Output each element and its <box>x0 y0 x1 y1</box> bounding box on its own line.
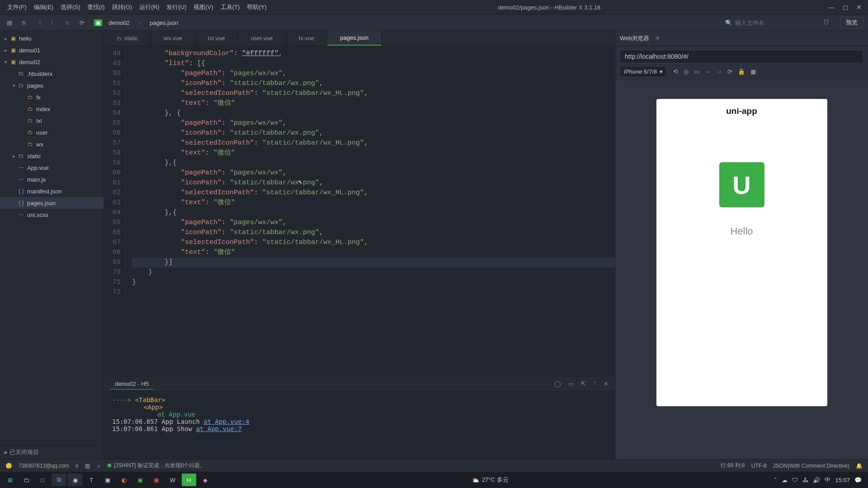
hbuilder-icon[interactable]: H <box>182 474 196 486</box>
save-icon[interactable]: ⎘ <box>19 19 29 26</box>
preview-url-input[interactable]: http://localhost:8080/#/ <box>620 50 863 63</box>
start-icon[interactable]: ⊞ <box>3 474 17 486</box>
menu-file[interactable]: 文件(F) <box>4 3 30 11</box>
cursor-position[interactable]: 行:69 列:8 <box>721 462 745 469</box>
weather-icon[interactable]: ⛅ <box>472 477 479 483</box>
tab-wx[interactable]: wx.vue <box>151 31 195 46</box>
tablet-icon[interactable]: ▭ <box>694 68 699 75</box>
menu-help[interactable]: 帮助(Y) <box>243 3 270 11</box>
tree-item-wx[interactable]: 🗀wx <box>0 138 104 150</box>
forward-icon[interactable]: → <box>716 68 722 75</box>
breadcrumb-file[interactable]: pages.json <box>147 19 181 27</box>
tree-item-pages[interactable]: ▾🗀pages <box>0 80 104 91</box>
tree-item-static[interactable]: ▸🗀static <box>0 150 104 162</box>
menu-tool[interactable]: 工具(T) <box>217 3 244 11</box>
menu-find[interactable]: 查找(I) <box>84 3 108 11</box>
bell-icon[interactable]: 🔔 <box>856 463 863 469</box>
tray-time[interactable]: 15:07 <box>835 477 850 483</box>
tree-item-pagesjson[interactable]: { }pages.json <box>0 197 104 209</box>
console-tab[interactable]: demo02 - H5 <box>110 379 153 389</box>
explorer-icon[interactable]: 🗀 <box>19 474 33 486</box>
tree-item-mainjs[interactable]: ⋯main.js <box>0 174 104 185</box>
firefox-icon[interactable]: ◐ <box>117 474 131 486</box>
console-collapse-icon[interactable]: ˄ <box>593 380 596 387</box>
tab-user[interactable]: user.vue <box>238 31 286 46</box>
menu-run[interactable]: 运行(R) <box>136 3 163 11</box>
app-icon[interactable]: ◆ <box>198 474 212 486</box>
star-icon[interactable]: ☆ <box>62 19 72 26</box>
tree-item-hello[interactable]: ▸▣hello <box>0 33 104 44</box>
tray-ime[interactable]: 中 <box>825 476 830 484</box>
app-icon[interactable]: ▣ <box>133 474 147 486</box>
tray-volume-icon[interactable]: 🔊 <box>813 477 820 483</box>
phone-simulator[interactable]: uni-app U Hello <box>656 99 827 406</box>
menu-edit[interactable]: 编辑(E) <box>30 3 57 11</box>
chrome-icon[interactable]: ◉ <box>68 474 82 486</box>
tree-item-demo01[interactable]: ▸▣demo01 <box>0 44 104 56</box>
menu-view[interactable]: 视图(V) <box>190 3 217 11</box>
console-link[interactable]: at App.vue:7 <box>196 425 241 432</box>
vscode-icon[interactable]: ⧉ <box>52 474 66 486</box>
tree-item-index[interactable]: 🗀index <box>0 103 104 115</box>
app-icon[interactable]: ▣ <box>149 474 164 486</box>
tree-item-fx[interactable]: 🗀fx <box>0 91 104 103</box>
tab-txl[interactable]: txl.vue <box>195 31 238 46</box>
filter-icon[interactable]: ⛉ <box>821 19 831 26</box>
nav-forward-icon[interactable]: 〉 <box>48 19 58 27</box>
language-mode[interactable]: JSON(With Comment Directive) <box>773 463 849 469</box>
app-icon[interactable]: T <box>84 474 99 486</box>
tree-item-uniscss[interactable]: ⋯uni.scss <box>0 209 104 221</box>
console-link[interactable]: at App.vue:4 <box>203 418 249 425</box>
target-icon[interactable]: ◎ <box>684 68 689 75</box>
lock-icon[interactable]: 🔒 <box>738 68 745 75</box>
status-user[interactable]: 736907613@qq.com <box>19 463 69 469</box>
device-select[interactable]: iPhone 6/7/8▾ <box>620 66 667 77</box>
console-popout-icon[interactable]: ⇱ <box>581 380 586 387</box>
breadcrumb-project[interactable]: demo02 <box>106 19 132 27</box>
menu-publish[interactable]: 发行(U) <box>163 3 190 11</box>
tab-pages[interactable]: pages.json <box>327 31 382 46</box>
tab-static[interactable]: 🗀static <box>104 31 151 46</box>
closed-projects[interactable]: ▸ 已关闭项目 <box>0 445 104 459</box>
preview-close-icon[interactable]: ✕ <box>655 35 660 42</box>
status-icon[interactable]: ▧ <box>85 463 90 469</box>
app-icon[interactable]: ▣ <box>100 474 115 486</box>
menu-goto[interactable]: 跳转(G) <box>108 3 136 11</box>
back-icon[interactable]: ← <box>705 68 711 75</box>
tree-item-hbuilderx[interactable]: 🗀.hbuilderx <box>0 68 104 80</box>
weather-text[interactable]: 27°C 多云 <box>482 476 509 484</box>
rotate-icon[interactable]: ⟲ <box>673 68 678 75</box>
tray-cloud-icon[interactable]: ☁ <box>782 477 788 483</box>
nav-back-icon[interactable]: 〈 <box>33 19 43 27</box>
tree-item-txl[interactable]: 🗀txl <box>0 115 104 127</box>
preview-button[interactable]: 预览 <box>840 17 863 28</box>
system-tray[interactable]: ˄ ☁ 🛡 🖧 🔊 中 15:07 💬 <box>774 476 865 484</box>
app-icon[interactable]: W <box>165 474 180 486</box>
console-stop-icon[interactable]: ◯ <box>554 380 561 387</box>
store-icon[interactable]: □ <box>35 474 50 486</box>
tray-network-icon[interactable]: 🖧 <box>802 477 808 483</box>
file-search-input[interactable] <box>735 19 816 26</box>
code-editor[interactable]: 4849505152535455565758596061626364656667… <box>104 46 615 376</box>
window-minimize-icon[interactable]: ― <box>828 4 835 11</box>
reload-icon[interactable]: ⟳ <box>727 68 732 75</box>
file-search[interactable]: 🔍 <box>725 19 816 26</box>
window-close-icon[interactable]: ✕ <box>856 4 862 11</box>
status-icon[interactable]: ≡ <box>75 463 79 469</box>
menu-select[interactable]: 选择(S) <box>57 3 84 11</box>
console-close-icon[interactable]: ✕ <box>604 380 609 387</box>
console-output[interactable]: ----> <TabBar> <App> at App.vue 15:07:06… <box>104 391 615 459</box>
tree-item-user[interactable]: 🗀user <box>0 127 104 138</box>
encoding[interactable]: UTF-8 <box>751 463 767 469</box>
console-panel-icon[interactable]: ▭ <box>568 380 574 387</box>
file-tree[interactable]: ▸▣hello ▸▣demo01 ▾▣demo02 🗀.hbuilderx ▾🗀… <box>0 31 104 445</box>
status-icon[interactable]: ☼ <box>96 463 101 469</box>
new-file-icon[interactable]: ▤ <box>5 19 14 26</box>
tray-shield-icon[interactable]: 🛡 <box>792 477 798 483</box>
tree-item-manifest[interactable]: { }manifest.json <box>0 185 104 197</box>
tree-item-demo02[interactable]: ▾▣demo02 <box>0 56 104 68</box>
grid-icon[interactable]: ▦ <box>750 68 756 75</box>
tray-chevron-icon[interactable]: ˄ <box>774 477 777 483</box>
refresh-icon[interactable]: ⟳ <box>77 19 87 26</box>
window-maximize-icon[interactable]: ◻ <box>843 4 848 11</box>
